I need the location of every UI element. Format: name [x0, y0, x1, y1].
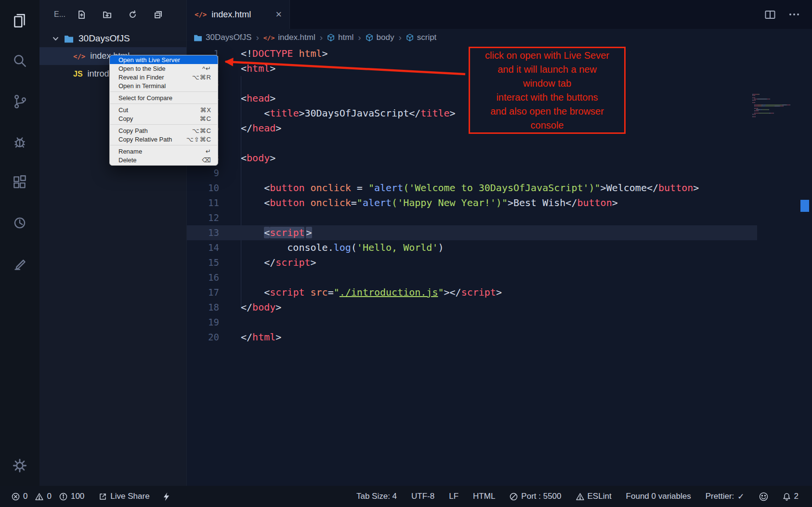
menu-item-select-for-compare[interactable]: Select for Compare [110, 93, 218, 102]
breadcrumb-separator: › [320, 32, 323, 43]
line-content [219, 76, 241, 91]
history-icon[interactable] [11, 214, 28, 232]
line-content: <html> [219, 61, 275, 76]
line-number: 14 [187, 240, 219, 255]
minimap[interactable] [751, 93, 801, 118]
menu-item-rename[interactable]: Rename↵ [110, 147, 218, 156]
line-content: <script src="./introduction.js"></script… [219, 285, 502, 300]
menu-item-copy-relative-path[interactable]: Copy Relative Path⌥⇧⌘C [110, 135, 218, 143]
html-file-icon: </> [195, 11, 207, 18]
code-line[interactable]: 20</html> [187, 330, 757, 345]
explorer-icon[interactable] [11, 12, 28, 29]
code-line[interactable]: 10 <button onclick = "alert('Welcome to … [187, 181, 757, 195]
menu-separator [110, 91, 217, 92]
code-line[interactable]: 14 console.log('Hello, World') [187, 240, 757, 255]
menu-item-open-in-terminal[interactable]: Open in Terminal [110, 81, 218, 90]
variables-indicator[interactable]: Found 0 variables [626, 492, 691, 501]
code-line[interactable]: 9 [187, 166, 757, 181]
annotation-line: interact with the buttons [470, 91, 624, 104]
line-content: </html> [219, 330, 281, 345]
menu-item-label: Copy Path [118, 127, 148, 134]
source-control-icon[interactable] [11, 93, 28, 110]
line-number: 16 [187, 270, 219, 285]
search-icon[interactable] [11, 52, 28, 70]
vscode-window: E... 30 [0, 0, 812, 507]
menu-separator [110, 145, 217, 145]
refresh-icon[interactable] [128, 10, 137, 19]
activity-bar [0, 0, 39, 486]
error-icon [12, 493, 20, 501]
notifications-bell[interactable]: 2 [783, 492, 799, 501]
collapse-folders-icon[interactable] [154, 10, 163, 19]
tree-folder-root[interactable]: 30DaysOfJS [39, 30, 186, 47]
tab-label: index.html [211, 10, 251, 20]
tab-close-icon[interactable]: × [275, 9, 282, 20]
menu-item-reveal-in-finder[interactable]: Reveal in Finder⌥⌘R [110, 73, 218, 81]
line-content [219, 166, 241, 181]
code-line[interactable]: 16 [187, 270, 757, 285]
eslint-status[interactable]: ESLint [576, 492, 612, 501]
menu-item-label: Copy [118, 115, 133, 122]
code-line[interactable]: 7 [187, 136, 757, 151]
problems-errors[interactable]: 0 [12, 492, 27, 501]
code-line[interactable]: 15 </script> [187, 255, 757, 270]
breadcrumb-body-node[interactable]: body [366, 33, 394, 42]
feedback-smiley-icon[interactable] [759, 492, 768, 501]
menu-item-shortcut: ⌥⌘R [192, 74, 211, 81]
html-file-icon: </> [263, 34, 275, 41]
more-actions-icon[interactable] [789, 13, 799, 16]
annotation-line: and also open the browser [470, 104, 624, 118]
feedback-icon[interactable] [11, 255, 28, 272]
html-file-icon: </> [73, 52, 85, 60]
menu-item-cut[interactable]: Cut⌘X [110, 105, 218, 114]
breadcrumb-file[interactable]: </> index.html [263, 33, 315, 42]
live-server-port[interactable]: Port : 5500 [510, 492, 561, 501]
line-number: 19 [187, 315, 219, 330]
prettier-status[interactable]: Prettier: ✓ [706, 492, 745, 502]
notification-count: 2 [794, 492, 799, 501]
cube-icon [406, 34, 414, 41]
code-line[interactable]: 8<body> [187, 151, 757, 166]
breadcrumb-script-node[interactable]: script [406, 33, 437, 42]
problems-warnings[interactable]: 0 [35, 492, 51, 501]
extensions-icon[interactable] [11, 174, 28, 191]
menu-item-copy[interactable]: Copy⌘C [110, 114, 218, 123]
folder-icon [194, 34, 202, 41]
annotation-box: click on open with Live Sever and it wil… [469, 47, 626, 134]
menu-item-copy-path[interactable]: Copy Path⌥⌘C [110, 126, 218, 135]
menu-item-open-to-the-side[interactable]: Open to the Side^↵ [110, 64, 218, 73]
tab-index-html[interactable]: </> index.html × [187, 0, 290, 29]
menu-item-label: Open to the Side [118, 65, 166, 72]
menu-item-label: Reveal in Finder [118, 74, 164, 81]
live-share-button[interactable]: Live Share [99, 492, 149, 501]
line-content: <head> [219, 91, 275, 106]
settings-gear-icon[interactable] [11, 457, 28, 474]
code-line[interactable]: 19 [187, 315, 757, 330]
menu-item-open-with-live-server[interactable]: Open with Live Server [110, 55, 218, 64]
breadcrumb-html-node[interactable]: html [327, 33, 354, 42]
encoding-indicator[interactable]: UTF-8 [411, 492, 434, 501]
eol-indicator[interactable]: LF [449, 492, 458, 501]
code-line[interactable]: 13 <script> [187, 225, 757, 240]
language-indicator[interactable]: HTML [473, 492, 495, 501]
breadcrumb-folder[interactable]: 30DaysOfJS [194, 33, 251, 42]
split-editor-icon[interactable] [765, 10, 775, 19]
explorer-title: E... [54, 10, 65, 19]
code-line[interactable]: 11 <button onclick="alert('Happy New Yea… [187, 195, 757, 210]
code-line[interactable]: 17 <script src="./introduction.js"></scr… [187, 285, 757, 300]
line-content: </script> [219, 255, 316, 270]
line-content: <body> [219, 151, 275, 166]
explorer-header: E... [39, 0, 186, 29]
annotation-line: click on open with Live Sever [470, 49, 624, 63]
run-debug-icon[interactable] [11, 133, 28, 151]
line-content: <button onclick = "alert('Welcome to 30D… [219, 181, 699, 195]
info-count[interactable]: 100 [59, 492, 84, 501]
code-line[interactable]: 18</body> [187, 300, 757, 315]
lightning-bolt-icon[interactable] [163, 492, 170, 501]
menu-item-shortcut: ⌥⌘C [192, 127, 211, 134]
new-folder-icon[interactable] [103, 10, 112, 19]
code-line[interactable]: 12 [187, 210, 757, 225]
menu-item-delete[interactable]: Delete⌫ [110, 156, 218, 164]
tab-size-indicator[interactable]: Tab Size: 4 [356, 492, 397, 501]
new-file-icon[interactable] [77, 10, 86, 19]
